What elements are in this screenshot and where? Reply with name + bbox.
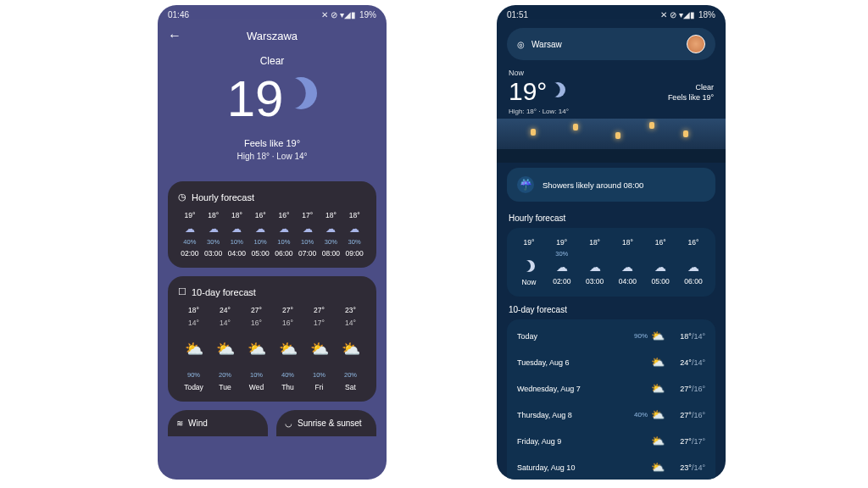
- hourly-time: 03:00: [204, 249, 222, 258]
- hourly-item[interactable]: 17° ☁ 10% 07:00: [296, 211, 320, 258]
- hourly-title: Hourly forecast: [192, 192, 254, 202]
- cloud-icon: ☁: [231, 223, 242, 235]
- daily-row[interactable]: Today 90% ⛅ 18°/14°: [507, 323, 715, 349]
- hourly-item[interactable]: 19° ☁ 40% 02:00: [178, 211, 202, 258]
- now-label: Now: [509, 69, 569, 77]
- hourly-item[interactable]: 16° ☁ 10% 06:00: [272, 211, 296, 258]
- hourly-temp: 19°: [524, 238, 535, 247]
- hourly-time: 05:00: [251, 249, 269, 258]
- hourly-time: 02:00: [181, 249, 198, 258]
- weather-icon: ⛅: [248, 340, 266, 358]
- daily-item[interactable]: 23° 14° ⛅ 20% Sat: [335, 306, 366, 391]
- weather-icon: ☁: [556, 260, 568, 274]
- daily-row[interactable]: Friday, Aug 9 ⛅ 27°/17°: [507, 428, 715, 454]
- daily-temps: 27°/16°: [665, 411, 705, 419]
- daily-name: Saturday, Aug 10: [517, 463, 614, 472]
- wind-icon: ≋: [176, 419, 183, 428]
- cloud-icon: ☁: [209, 223, 219, 235]
- daily-forecast-card[interactable]: ☐ 10-day forecast 18° 14° ⛅ 90% Today 24…: [168, 276, 376, 402]
- daily-row[interactable]: Tuesday, Aug 6 ⛅ 24°/14°: [507, 349, 715, 375]
- daily-name: Sat: [345, 383, 356, 391]
- weather-icon: ⛅: [651, 461, 665, 474]
- daily-row[interactable]: Saturday, Aug 10 ⛅ 23°/14°: [507, 454, 715, 480]
- hourly-item[interactable]: 16° ☁ 10% 05:00: [248, 211, 272, 258]
- hourly-temp: 18°: [622, 238, 633, 247]
- profile-avatar[interactable]: [687, 35, 705, 53]
- weather-icon: ⛅: [216, 340, 235, 358]
- cloud-icon: ☁: [326, 223, 336, 235]
- daily-item[interactable]: 18° 14° ⛅ 90% Today: [178, 306, 209, 391]
- daily-low: 17°: [314, 319, 325, 327]
- hourly-item[interactable]: 18° ☁ 10% 04:00: [225, 211, 249, 258]
- hourly-item[interactable]: 18° ☁ 04:00: [612, 238, 643, 286]
- hourly-item[interactable]: 18° ☁ 30% 09:00: [342, 211, 366, 258]
- hourly-precip: 10%: [301, 238, 314, 246]
- daily-precip: 90%: [634, 332, 648, 340]
- daily-temps: 18°/14°: [665, 332, 705, 341]
- daily-item[interactable]: 27° 16° ⛅ 10% Wed: [241, 306, 272, 391]
- status-battery-pct: 18%: [698, 10, 715, 19]
- hourly-item[interactable]: 19° 30% ☁ 02:00: [547, 238, 577, 286]
- current-weather: Clear 19 Feels like 19° High 18° · Low 1…: [158, 47, 387, 173]
- moon-icon: [550, 82, 565, 102]
- location-pill[interactable]: ◎ Warsaw: [507, 28, 715, 60]
- phone-google-weather: 01:51 ✕ ⊘ ▾◢▮ 18% ◎ Warsaw Now 19° High:…: [497, 5, 726, 480]
- daily-low: 14°: [345, 319, 356, 327]
- daily-high: 23°: [345, 306, 356, 314]
- weather-icon: [523, 260, 535, 274]
- daily-item[interactable]: 24° 14° ⛅ 20% Tue: [209, 306, 241, 391]
- wind-card[interactable]: ≋ Wind: [168, 410, 268, 436]
- hourly-item[interactable]: 18° ☁ 30% 08:00: [320, 211, 343, 258]
- daily-name: Thu: [281, 383, 294, 391]
- hourly-title: Hourly forecast: [497, 207, 726, 226]
- hourly-temp: 19°: [556, 238, 567, 247]
- daily-high: 27°: [251, 306, 262, 314]
- daily-name: Tuesday, Aug 6: [517, 358, 614, 367]
- hourly-item[interactable]: 19° Now: [514, 238, 544, 286]
- feels-like: Feels like 19°: [668, 93, 714, 102]
- back-button[interactable]: ←: [168, 28, 181, 43]
- hourly-row[interactable]: 19° ☁ 40% 02:00 18° ☁ 30% 03:00 18° ☁ 10…: [178, 211, 366, 258]
- daily-precip: 10%: [250, 371, 263, 379]
- hourly-item[interactable]: 18° ☁ 30% 03:00: [202, 211, 225, 258]
- daily-row[interactable]: Thursday, Aug 8 40% ⛅ 27°/16°: [507, 402, 715, 428]
- daily-forecast-card[interactable]: Today 90% ⛅ 18°/14° Tuesday, Aug 6 ⛅ 24°…: [507, 319, 715, 480]
- hourly-forecast-card[interactable]: ◷ Hourly forecast 19° ☁ 40% 02:00 18° ☁ …: [168, 181, 376, 268]
- daily-row[interactable]: 18° 14° ⛅ 90% Today 24° 14° ⛅ 20% Tue 27…: [178, 306, 366, 391]
- hourly-time: 09:00: [345, 249, 363, 258]
- weather-icon: ⛅: [651, 435, 665, 447]
- hourly-time: 05:00: [652, 277, 670, 286]
- hourly-temp: 18°: [231, 211, 242, 219]
- weather-icon: ⛅: [651, 382, 665, 395]
- location-title: Warszawa: [247, 30, 298, 42]
- hourly-item[interactable]: 18° ☁ 03:00: [580, 238, 610, 286]
- daily-precip: 20%: [344, 371, 357, 379]
- illustration: [497, 119, 726, 163]
- weather-icon: ☁: [589, 260, 601, 274]
- hourly-item[interactable]: 16° ☁ 05:00: [645, 238, 676, 286]
- alert-text: Showers likely around 08:00: [542, 180, 643, 190]
- hourly-time: 03:00: [586, 277, 604, 286]
- hourly-precip: 10%: [231, 238, 243, 246]
- hourly-time: 08:00: [322, 249, 340, 258]
- hourly-item[interactable]: 16° ☁ 06:00: [678, 238, 709, 286]
- daily-name: Thursday, Aug 8: [517, 411, 614, 419]
- location-pin-icon: ◎: [517, 40, 525, 49]
- daily-name: Today: [517, 332, 614, 341]
- daily-temps: 27°/17°: [665, 437, 705, 446]
- status-time: 01:46: [168, 10, 189, 19]
- status-icons: ✕ ⊘ ▾◢▮: [660, 10, 695, 19]
- sunrise-sunset-card[interactable]: ◡ Sunrise & sunset: [276, 410, 376, 436]
- hourly-temp: 16°: [655, 238, 666, 247]
- hourly-time: Now: [521, 278, 536, 286]
- weather-alert[interactable]: ☔ Showers likely around 08:00: [507, 168, 715, 202]
- hourly-precip: 30%: [555, 250, 568, 257]
- status-bar: 01:51 ✕ ⊘ ▾◢▮ 18%: [497, 5, 726, 25]
- hourly-forecast-card[interactable]: 19° Now 19° 30% ☁ 02:00 18° ☁ 03:00 18° …: [507, 228, 715, 297]
- cloud-icon: ☁: [279, 223, 289, 235]
- daily-row[interactable]: Wednesday, Aug 7 ⛅ 27°/16°: [507, 375, 715, 402]
- daily-item[interactable]: 27° 17° ⛅ 10% Fri: [303, 306, 335, 391]
- daily-high: 27°: [282, 306, 293, 314]
- daily-item[interactable]: 27° 16° ⛅ 40% Thu: [272, 306, 303, 391]
- hourly-time: 04:00: [619, 277, 637, 286]
